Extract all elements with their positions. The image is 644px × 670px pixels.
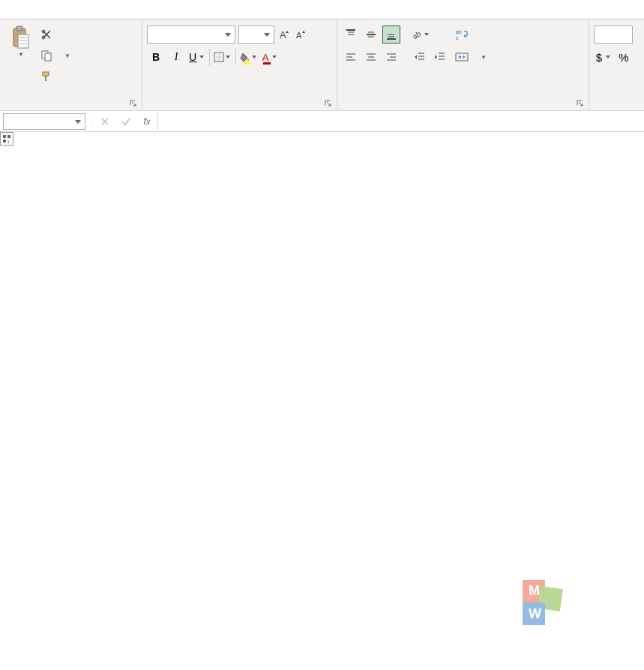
number-group: $ % (589, 20, 644, 110)
align-center-button[interactable] (362, 48, 380, 66)
font-size-select[interactable] (238, 26, 274, 44)
align-top-button[interactable] (342, 26, 360, 44)
alignment-group-label (342, 95, 584, 110)
svg-rect-47 (3, 140, 6, 143)
merge-dropdown-icon[interactable]: ▼ (481, 54, 487, 61)
svg-rect-11 (45, 76, 46, 81)
decrease-indent-button[interactable] (411, 48, 429, 66)
align-bottom-icon (385, 29, 397, 41)
decrease-font-button[interactable]: A (294, 26, 307, 43)
svg-text:ab: ab (411, 29, 423, 41)
font-color-icon: A (262, 52, 269, 63)
align-middle-button[interactable] (362, 26, 380, 44)
autofill-icon (2, 134, 11, 143)
number-group-label (594, 95, 640, 110)
wrap-text-icon: abc (455, 28, 469, 41)
align-center-icon (365, 51, 377, 63)
svg-rect-45 (3, 135, 6, 138)
paste-icon (10, 26, 31, 50)
svg-text:A: A (280, 29, 286, 41)
launcher-icon (577, 100, 584, 107)
align-left-icon (345, 51, 357, 63)
clipboard-launcher[interactable] (128, 98, 139, 109)
increase-font-button[interactable]: A (277, 26, 291, 43)
watermark-logo: MW (517, 580, 562, 625)
italic-button[interactable]: I (167, 48, 185, 66)
launcher-icon (325, 100, 332, 107)
paintbrush-icon (40, 71, 52, 83)
align-right-button[interactable] (382, 48, 400, 66)
accounting-format-button[interactable]: $ (594, 48, 612, 66)
watermark: MW (517, 574, 562, 625)
check-icon (121, 116, 131, 127)
ribbon-tabs (0, 0, 644, 20)
clipboard-group-label (4, 95, 137, 110)
borders-button[interactable] (214, 48, 232, 66)
font-group: A A B I U (142, 20, 337, 110)
merge-center-button[interactable]: ▼ (455, 48, 487, 66)
svg-text:ab: ab (456, 29, 462, 35)
clipboard-group: ▼ ▼ (0, 20, 142, 110)
svg-rect-44 (456, 53, 468, 61)
copy-button[interactable]: ▼ (39, 47, 72, 65)
percent-format-button[interactable]: % (615, 48, 633, 66)
svg-text:c: c (456, 35, 459, 41)
number-format-select[interactable] (594, 26, 633, 44)
increase-indent-button[interactable] (431, 48, 449, 66)
namebox-resize[interactable]: ⋮ (88, 111, 94, 131)
enter-formula-button[interactable] (115, 111, 136, 132)
svg-rect-2 (18, 35, 28, 48)
font-name-select[interactable] (147, 26, 235, 44)
merge-icon (455, 50, 469, 64)
scissors-icon (40, 29, 52, 41)
align-top-icon (345, 29, 357, 41)
increase-indent-icon (434, 51, 446, 63)
align-bottom-button[interactable] (382, 26, 400, 44)
svg-rect-10 (43, 72, 49, 76)
launcher-icon (130, 100, 137, 107)
paste-button[interactable]: ▼ (4, 23, 37, 95)
insert-function-button[interactable]: fx (136, 111, 157, 132)
autofill-options-button[interactable] (0, 132, 13, 146)
fill-color-button[interactable] (240, 48, 258, 66)
decrease-indent-icon (414, 51, 426, 63)
copy-dropdown-icon[interactable]: ▼ (64, 53, 70, 59)
orientation-icon: ab (411, 29, 423, 41)
separator (209, 49, 210, 65)
font-group-label (147, 95, 332, 110)
cut-button[interactable] (39, 26, 72, 44)
name-box[interactable] (3, 113, 85, 130)
wrap-text-button[interactable]: abc (455, 26, 487, 44)
format-painter-button[interactable] (39, 68, 72, 86)
formula-bar: ⋮ fx (0, 111, 644, 132)
svg-rect-9 (45, 53, 51, 61)
alignment-launcher[interactable] (575, 98, 586, 109)
decrease-font-icon: A (295, 29, 307, 41)
separator (235, 49, 236, 65)
underline-button[interactable]: U (187, 48, 205, 66)
x-icon (100, 117, 109, 126)
borders-icon (214, 52, 224, 62)
svg-rect-46 (7, 135, 10, 138)
ribbon: ▼ ▼ (0, 20, 644, 111)
fill-bucket-icon (240, 52, 250, 62)
align-middle-icon (365, 29, 377, 41)
bold-button[interactable]: B (147, 48, 165, 66)
svg-text:A: A (296, 31, 302, 40)
increase-font-icon: A (278, 29, 290, 41)
align-left-button[interactable] (342, 48, 360, 66)
cancel-formula-button[interactable] (94, 111, 115, 132)
font-launcher[interactable] (323, 98, 334, 109)
copy-icon (40, 50, 52, 62)
orientation-button[interactable]: ab (411, 26, 430, 44)
svg-rect-1 (16, 26, 22, 31)
paste-dropdown-icon[interactable]: ▼ (18, 51, 24, 58)
align-right-icon (385, 51, 397, 63)
alignment-group: ab abc ▼ (337, 20, 589, 110)
formula-input[interactable] (157, 113, 644, 130)
font-color-button[interactable]: A (260, 48, 278, 66)
